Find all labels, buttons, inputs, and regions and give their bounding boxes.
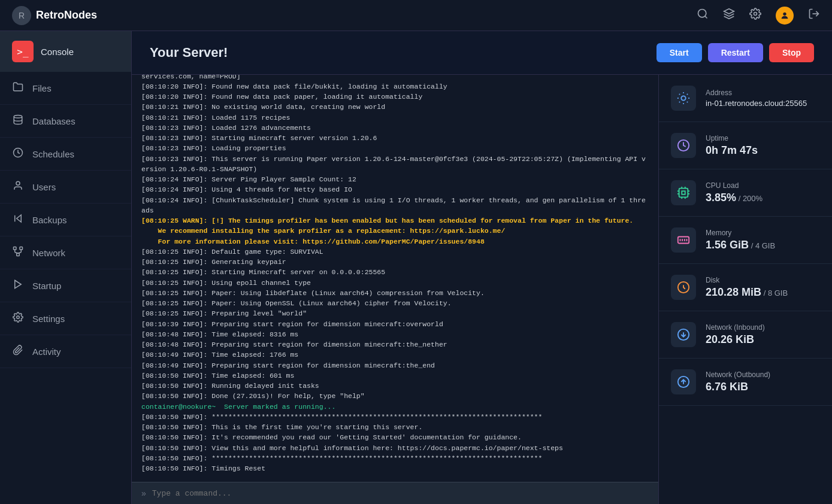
- svg-point-0: [698, 10, 706, 17]
- console-line: [08:10:23 INFO]: Loading properties: [141, 143, 649, 153]
- sidebar-item-files[interactable]: Files: [0, 72, 131, 105]
- console-line: [08:10:21 INFO]: Loaded 1175 recipes: [141, 113, 649, 123]
- network-outbound-value: 6.76 KiB: [706, 381, 820, 393]
- sidebar-item-schedules[interactable]: Schedules: [0, 138, 131, 171]
- console-line: [08:10:24 INFO]: [ChunkTaskScheduler] Ch…: [141, 195, 649, 216]
- disk-label: Disk: [706, 276, 820, 284]
- svg-rect-22: [679, 189, 688, 198]
- stat-content-network-out: Network (Outbound) 6.76 KiB: [706, 371, 820, 393]
- layers-icon[interactable]: [723, 8, 735, 23]
- svg-point-4: [783, 12, 786, 15]
- console-line: [08:10:20 INFO]: Found new data pack fil…: [141, 81, 649, 92]
- uptime-value: 0h 7m 47s: [706, 144, 820, 157]
- topnav-icons: [697, 7, 820, 25]
- console-line: container@nookure~ Server marked as runn…: [141, 402, 649, 412]
- schedules-icon: [12, 147, 24, 160]
- sidebar-item-label: Schedules: [32, 149, 74, 159]
- search-icon[interactable]: [697, 8, 709, 23]
- address-value: in-01.retronodes.cloud:25565: [706, 99, 820, 108]
- sidebar-item-label: Users: [32, 182, 56, 192]
- svg-point-6: [14, 116, 22, 119]
- svg-line-15: [15, 253, 18, 254]
- sidebar-item-label: Activity: [32, 347, 61, 357]
- sidebar-item-label: Network: [32, 248, 65, 258]
- stats-panel: Address in-01.retronodes.cloud:25565 Upt…: [658, 75, 832, 504]
- sidebar-item-backups[interactable]: Backups: [0, 204, 131, 236]
- stat-content-memory: Memory 1.56 GiB / 4 GIB: [706, 229, 820, 251]
- content-area: Your Server! Start Restart Stop Starting…: [132, 31, 832, 504]
- restart-button[interactable]: Restart: [708, 43, 763, 62]
- console-line: [08:10:24 INFO]: Using 4 threads for Net…: [141, 184, 649, 195]
- memory-label: Memory: [706, 229, 820, 237]
- startup-icon: [12, 279, 24, 292]
- stat-card-address: Address in-01.retronodes.cloud:25565: [659, 75, 832, 122]
- svg-line-17: [18, 253, 21, 254]
- stat-card-network-in: Network (Inbound) 20.26 KiB: [659, 311, 832, 359]
- sidebar-item-console[interactable]: >_ Console: [0, 31, 131, 72]
- console-line: [08:10:48 INFO]: Preparing start region …: [141, 339, 649, 350]
- app-title: RetroNodes: [36, 9, 97, 22]
- memory-value: 1.56 GiB / 4 GIB: [706, 239, 820, 251]
- user-avatar[interactable]: [776, 7, 794, 25]
- sidebar-item-label: Startup: [32, 281, 61, 291]
- console-line: [08:10:49 INFO]: Preparing start region …: [141, 360, 649, 371]
- files-icon: [12, 81, 24, 95]
- stat-card-uptime: Uptime 0h 7m 47s: [659, 122, 832, 169]
- console-output[interactable]: Starting org.bukkit.craftbukkit.MainSyst…: [132, 75, 658, 482]
- logout-icon[interactable]: [808, 8, 820, 23]
- disk-icon: [671, 275, 696, 300]
- console-line: [08:10:39 INFO]: Preparing start region …: [141, 319, 649, 329]
- stat-card-memory: Memory 1.56 GiB / 4 GIB: [659, 217, 832, 264]
- console-line: [08:10:25 WARN]: [!] The timings profile…: [141, 215, 649, 226]
- stop-button[interactable]: Stop: [769, 43, 814, 62]
- console-line: [08:10:50 INFO]: Timings Reset: [141, 463, 649, 473]
- console-line: [08:10:25 INFO]: Generating keypair: [141, 257, 649, 267]
- sidebar-item-label: Databases: [32, 116, 75, 126]
- topnav: R RetroNodes: [0, 0, 832, 31]
- address-icon: [671, 86, 696, 111]
- svg-line-1: [705, 16, 707, 19]
- sidebar: >_ Console Files Databases Schedules: [0, 31, 132, 504]
- uptime-label: Uptime: [706, 134, 820, 142]
- server-title: Your Server!: [150, 45, 651, 60]
- stat-card-disk: Disk 210.28 MiB / 8 GIB: [659, 264, 832, 311]
- cpu-value: 3.85% / 200%: [706, 192, 820, 204]
- sidebar-item-settings[interactable]: Settings: [0, 302, 131, 335]
- users-icon: [12, 180, 24, 193]
- gear-icon[interactable]: [749, 8, 761, 23]
- console-line: [08:10:23 INFO]: This server is running …: [141, 154, 649, 175]
- svg-rect-11: [14, 247, 17, 250]
- console-line: [08:10:25 INFO]: Paper: Using OpenSSL (L…: [141, 298, 649, 308]
- console-stats-row: Starting org.bukkit.craftbukkit.MainSyst…: [132, 75, 832, 504]
- sidebar-item-databases[interactable]: Databases: [0, 105, 131, 138]
- console-line: [08:10:50 INFO]: View this and more help…: [141, 443, 649, 453]
- network-inbound-value: 20.26 KiB: [706, 333, 820, 346]
- console-line: [08:10:48 INFO]: Time elapsed: 8316 ms: [141, 329, 649, 339]
- console-input-row: »: [132, 482, 658, 504]
- sidebar-item-users[interactable]: Users: [0, 171, 131, 204]
- stat-content-network-in: Network (Inbound) 20.26 KiB: [706, 323, 820, 346]
- console-icon: >_: [12, 41, 34, 62]
- svg-rect-23: [682, 191, 685, 195]
- console-line: [08:10:25 INFO]: Using epoll channel typ…: [141, 278, 649, 288]
- sidebar-item-network[interactable]: Network: [0, 236, 131, 269]
- network-outbound-label: Network (Outbound): [706, 371, 820, 379]
- disk-value: 210.28 MiB / 8 GIB: [706, 286, 820, 299]
- sidebar-item-startup[interactable]: Startup: [0, 269, 131, 302]
- backups-icon: [12, 213, 24, 226]
- console-input[interactable]: [152, 489, 649, 498]
- server-header: Your Server! Start Restart Stop: [132, 31, 832, 75]
- sidebar-item-label: Settings: [32, 314, 65, 324]
- sidebar-item-activity[interactable]: Activity: [0, 335, 131, 368]
- start-button[interactable]: Start: [656, 43, 702, 62]
- console-line: [08:10:50 INFO]: Time elapsed: 601 ms: [141, 371, 649, 381]
- console-line: [08:10:25 INFO]: Paper: Using libdeflate…: [141, 288, 649, 298]
- stat-content-cpu: CPU Load 3.85% / 200%: [706, 181, 820, 204]
- console-line: [08:10:20 INFO]: Environment: Environmen…: [141, 75, 649, 81]
- sidebar-item-label: Files: [32, 83, 52, 93]
- console-line: [08:10:49 INFO]: Time elapsed: 1766 ms: [141, 350, 649, 360]
- app-logo-icon: R: [12, 6, 31, 25]
- network-icon: [12, 246, 24, 259]
- stat-card-network-out: Network (Outbound) 6.76 KiB: [659, 359, 832, 406]
- console-line: [08:10:24 INFO]: Server Ping Player Samp…: [141, 174, 649, 184]
